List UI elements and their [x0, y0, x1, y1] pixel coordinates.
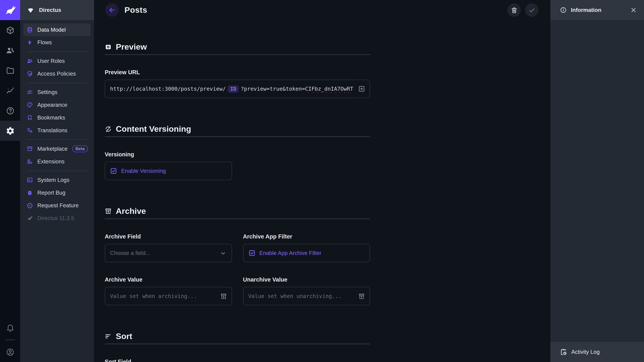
user-avatar[interactable]	[0, 342, 20, 362]
module-settings[interactable]	[0, 121, 20, 141]
activity-log-button[interactable]: Activity Log	[550, 342, 644, 362]
close-sidebar-button[interactable]	[630, 6, 637, 13]
directus-settings-app: Directus Data Model Flows User Roles Acc…	[0, 0, 644, 362]
nav-divider	[27, 51, 88, 52]
notifications-button[interactable]	[0, 318, 20, 338]
module-insights[interactable]	[0, 80, 20, 100]
nav-flows[interactable]: Flows	[24, 36, 91, 49]
module-users[interactable]	[0, 40, 20, 60]
archive-icon	[105, 208, 112, 215]
archive-value-input-wrap	[105, 287, 232, 305]
nav-divider	[27, 139, 88, 140]
enable-versioning-checkbox[interactable]: Enable Versioning	[105, 162, 232, 180]
nav-label: Settings	[38, 89, 57, 95]
palette-icon	[27, 102, 33, 108]
delete-collection-button[interactable]	[507, 3, 521, 17]
checkbox-label: Enable Versioning	[121, 168, 166, 174]
save-button[interactable]	[525, 3, 538, 17]
preview-url-input[interactable]: http://localhost:3000/posts/preview/ ID …	[105, 80, 370, 98]
back-button[interactable]	[105, 3, 119, 17]
nav-label: Extensions	[38, 158, 64, 165]
unarchive-value-input-wrap	[243, 287, 370, 305]
live-preview-icon	[105, 43, 112, 51]
unarchive-up-icon	[358, 293, 365, 300]
sort-icon	[105, 333, 112, 340]
module-bar-divider	[5, 339, 15, 340]
activity-log-icon	[560, 348, 567, 356]
nav-bookmarks[interactable]: Bookmarks	[24, 111, 91, 124]
nav-marketplace[interactable]: Marketplace Beta	[24, 142, 91, 155]
section-divider	[105, 54, 370, 55]
nav-system-logs[interactable]: System Logs	[24, 174, 91, 186]
field-label: Archive App Filter	[243, 233, 370, 240]
nav-report-bug[interactable]: Report Bug	[24, 186, 91, 199]
nav-label: Request Feature	[38, 202, 79, 209]
user-roles-icon	[27, 58, 33, 64]
field-label: Archive Value	[105, 276, 232, 283]
versioning-field: Versioning Enable Versioning	[105, 151, 370, 180]
main-content: Posts Preview Preview URL	[94, 0, 550, 362]
module-files[interactable]	[0, 60, 20, 80]
module-content[interactable]	[0, 20, 20, 40]
plus-box-icon	[358, 85, 366, 93]
id-variable-chip[interactable]: ID	[228, 85, 239, 92]
info-sidebar-header: Information	[550, 0, 644, 20]
token-value: CIFbz_dnIA7OwRTewJFC79aQoDl	[305, 86, 353, 92]
activity-log-label: Activity Log	[572, 349, 600, 355]
info-sidebar-body	[550, 20, 644, 342]
chevron-down-icon	[219, 249, 226, 257]
beta-badge: Beta	[72, 145, 88, 152]
gear-icon	[6, 126, 14, 135]
project-name: Directus	[39, 7, 61, 13]
info-icon	[560, 6, 567, 13]
nav-label: Bookmarks	[38, 114, 65, 121]
nav-label: Appearance	[38, 102, 67, 108]
settings-sidebar: Directus Data Model Flows User Roles Acc…	[20, 0, 94, 362]
module-help[interactable]	[0, 100, 20, 121]
checkbox-checked-icon	[248, 250, 255, 257]
directus-logo[interactable]	[0, 0, 20, 20]
bug-icon	[27, 190, 33, 196]
users-icon	[6, 46, 14, 55]
insights-icon	[6, 86, 14, 95]
nav-label: Marketplace	[38, 146, 68, 152]
settings-nav: Data Model Flows User Roles Access Polic…	[20, 20, 94, 225]
page-header: Posts	[94, 0, 550, 20]
preview-url-field: Preview URL http://localhost:3000/posts/…	[105, 69, 370, 98]
rabbit-icon	[27, 215, 33, 221]
storefront-icon	[27, 146, 33, 152]
project-status-icon	[27, 6, 34, 14]
nav-label: Report Bug	[38, 190, 66, 196]
settings-form: Preview Preview URL http://localhost:300…	[94, 20, 550, 362]
unarchive-value-field: Unarchive Value	[243, 276, 370, 305]
unarchive-value-input[interactable]	[248, 287, 364, 305]
nav-extensions[interactable]: Extensions	[24, 155, 91, 168]
shield-person-icon	[27, 70, 33, 77]
archive-value-input[interactable]	[110, 287, 226, 305]
checkbox-label: Enable App Archive Filter	[260, 250, 321, 256]
nav-access-policies[interactable]: Access Policies	[24, 67, 91, 80]
page-title: Posts	[124, 5, 147, 15]
enable-app-archive-filter-checkbox[interactable]: Enable App Archive Filter	[243, 244, 370, 262]
project-header[interactable]: Directus	[20, 0, 94, 20]
select-placeholder: Choose a field...	[110, 250, 150, 256]
add-variable-button[interactable]	[353, 80, 370, 98]
check-icon	[528, 6, 535, 14]
section-divider	[105, 218, 370, 219]
nav-user-roles[interactable]: User Roles	[24, 55, 91, 67]
field-label: Archive Field	[105, 233, 232, 240]
nav-data-model[interactable]: Data Model	[24, 23, 91, 36]
field-label: Sort Field	[105, 358, 370, 362]
nav-request-feature[interactable]: Request Feature	[24, 199, 91, 212]
nav-divider	[27, 170, 88, 171]
tune-icon	[27, 89, 33, 95]
nav-translations[interactable]: Translations	[24, 124, 91, 137]
nav-appearance[interactable]: Appearance	[24, 98, 91, 111]
account-icon	[6, 348, 14, 357]
section-versioning-title: Content Versioning	[105, 124, 370, 134]
nav-settings[interactable]: Settings	[24, 86, 91, 98]
section-content-versioning: Content Versioning Versioning Enable Ver…	[105, 124, 370, 180]
nav-label: User Roles	[38, 58, 65, 64]
archive-field-select[interactable]: Choose a field...	[105, 244, 232, 262]
shapes-icon	[27, 158, 33, 165]
